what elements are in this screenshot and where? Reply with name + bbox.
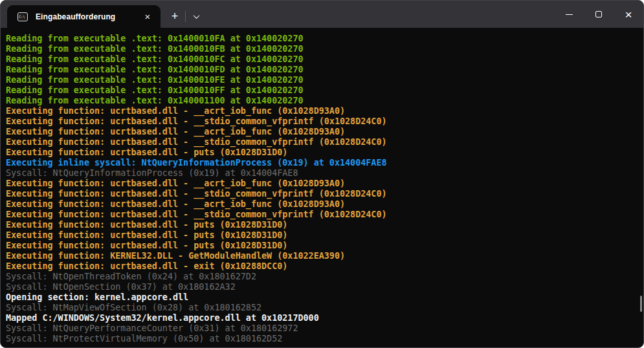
terminal-line: Syscall: NtOpenSection (0x37) at 0x18016… [6,282,637,292]
minimize-icon [566,14,573,15]
terminal-line: Executing function: ucrtbased.dll - __st… [6,210,637,220]
chevron-down-icon [193,12,199,19]
terminal-line: Executing function: ucrtbased.dll - __ac… [6,127,637,137]
terminal-line: Executing function: ucrtbased.dll - __st… [6,189,637,199]
terminal-line: Executing function: ucrtbased.dll - puts… [6,230,637,241]
terminal-line: Opening section: kernel.appcore.dll [6,292,637,303]
terminal-line: Reading from executable .text: 0x1400010… [6,54,637,65]
terminal-line: Executing function: ucrtbased.dll - puts… [6,220,637,230]
tab-close-icon[interactable]: × [141,10,154,23]
close-button[interactable]: × [614,1,643,28]
terminal-line: Mapped C:/WINDOWS/System32/kernel.appcor… [6,313,637,323]
terminal-line: Executing inline syscall: NtQueryInforma… [6,158,637,168]
tab-eingabeaufforderung[interactable]: C:\ Eingabeaufforderung × [7,5,161,28]
terminal-line: Reading from executable .text: 0x1400010… [6,65,637,75]
new-tab-button[interactable]: + [164,5,185,28]
terminal-line: Syscall: NtProtectVirtualMemory (0x50) a… [6,334,637,344]
maximize-button[interactable] [584,1,614,28]
terminal-output[interactable]: Reading from executable .text: 0x1400010… [1,28,643,347]
terminal-line: Executing function: ucrtbased.dll - __ac… [6,179,637,189]
window-controls: × [554,1,643,28]
scrollbar-thumb[interactable] [640,296,642,312]
terminal-line: Syscall: NtQueryInformationProcess (0x19… [6,168,637,179]
command-prompt-icon: C:\ [17,12,28,21]
title-bar: C:\ Eingabeaufforderung × + × [1,1,643,28]
terminal-line: Executing function: ucrtbased.dll - __st… [6,137,637,147]
terminal-line: Executing function: ucrtbased.dll - __ac… [6,106,637,116]
terminal-line: Syscall: NtMapViewOfSection (0x28) at 0x… [6,303,637,313]
terminal-line: Executing function: ucrtbased.dll - __ac… [6,199,637,210]
terminal-line: Executing function: ucrtbased.dll - puts… [6,241,637,251]
terminal-line: Syscall: NtOpenThreadToken (0x24) at 0x1… [6,272,637,282]
command-prompt-icon-text: C:\ [18,13,25,19]
tab-dropdown-button[interactable] [186,5,206,28]
terminal-window: C:\ Eingabeaufforderung × + × Reading fr… [0,0,644,348]
maximize-icon [595,11,602,17]
terminal-line: Reading from executable .text: 0x1400010… [6,34,637,44]
terminal-line: Executing function: ucrtbased.dll - __st… [6,116,637,127]
terminal-lines: Reading from executable .text: 0x1400010… [6,34,637,344]
scrollbar-track [639,28,643,347]
terminal-line: Reading from executable .text: 0x1400010… [6,44,637,54]
terminal-line: Executing function: ucrtbased.dll - puts… [6,147,637,158]
terminal-line: Executing function: KERNEL32.DLL - GetMo… [6,251,637,261]
terminal-line: Reading from executable .text: 0x1400011… [6,96,637,106]
terminal-line: Reading from executable .text: 0x1400010… [6,75,637,85]
close-icon: × [625,8,632,21]
terminal-line: Syscall: NtQueryPerformanceCounter (0x31… [6,323,637,334]
title-bar-drag-area[interactable] [206,1,554,28]
minimize-button[interactable] [554,1,584,28]
terminal-line: Executing function: ucrtbased.dll - exit… [6,261,637,272]
tab-title: Eingabeaufforderung [36,12,141,21]
terminal-line: Reading from executable .text: 0x1400010… [6,85,637,96]
